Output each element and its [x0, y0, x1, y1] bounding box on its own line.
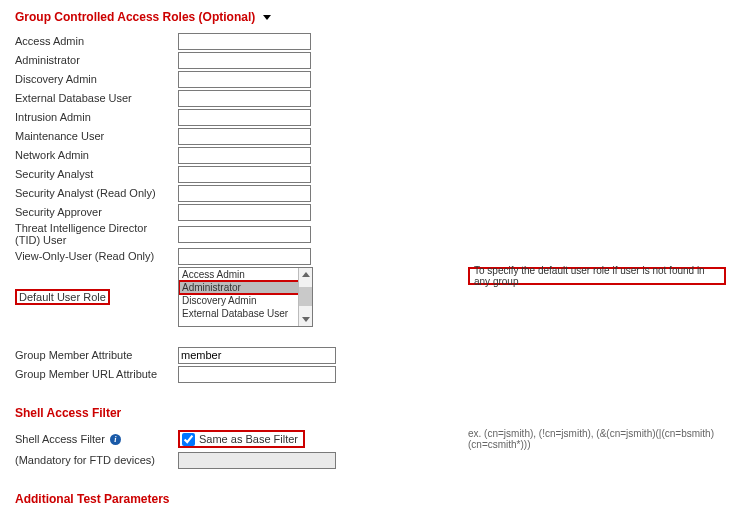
default-role-option-1[interactable]: Administrator: [179, 281, 312, 294]
role-label-administrator: Administrator: [15, 54, 178, 66]
info-icon[interactable]: i: [110, 434, 121, 445]
role-input-access-admin[interactable]: [178, 33, 311, 50]
shell-access-filter-header: Shell Access Filter: [15, 406, 726, 420]
group-member-url-attribute-input[interactable]: [178, 366, 336, 383]
shell-filter-example: ex. (cn=jsmith), (!cn=jsmith), (&(cn=jsm…: [468, 428, 726, 450]
role-label-maintenance-user: Maintenance User: [15, 130, 178, 142]
role-input-security-analyst-ro[interactable]: [178, 185, 311, 202]
additional-test-header: Additional Test Parameters: [15, 492, 726, 506]
role-label-security-analyst-ro: Security Analyst (Read Only): [15, 187, 178, 199]
default-role-option-0[interactable]: Access Admin: [179, 268, 312, 281]
role-input-discovery-admin[interactable]: [178, 71, 311, 88]
role-label-network-admin: Network Admin: [15, 149, 178, 161]
same-as-base-filter-wrap: Same as Base Filter: [178, 430, 305, 448]
scroll-down-icon: [302, 317, 310, 322]
group-roles-header-text: Group Controlled Access Roles (Optional): [15, 10, 255, 24]
role-input-view-only-ro[interactable]: [178, 248, 311, 265]
role-label-view-only-ro: View-Only-User (Read Only): [15, 250, 178, 262]
role-input-security-analyst[interactable]: [178, 166, 311, 183]
shell-access-filter-label-text: Shell Access Filter: [15, 433, 105, 445]
group-member-url-attribute-label: Group Member URL Attribute: [15, 368, 178, 380]
shell-access-filter-label: Shell Access Filter i: [15, 433, 178, 446]
role-input-administrator[interactable]: [178, 52, 311, 69]
role-input-tid-user[interactable]: [178, 226, 311, 243]
scroll-up-icon: [302, 272, 310, 277]
role-label-tid-user: Threat Intelligence Director (TID) User: [15, 222, 178, 246]
default-role-note: To specify the default user role if user…: [468, 267, 726, 285]
role-label-access-admin: Access Admin: [15, 35, 178, 47]
group-member-attribute-input[interactable]: [178, 347, 336, 364]
role-label-security-analyst: Security Analyst: [15, 168, 178, 180]
group-member-attribute-label: Group Member Attribute: [15, 349, 178, 361]
role-input-network-admin[interactable]: [178, 147, 311, 164]
role-label-external-db-user: External Database User: [15, 92, 178, 104]
shell-access-filter-input: [178, 452, 336, 469]
same-as-base-filter-checkbox[interactable]: [182, 433, 195, 446]
role-input-maintenance-user[interactable]: [178, 128, 311, 145]
mandatory-ftd-label: (Mandatory for FTD devices): [15, 454, 178, 466]
same-as-base-filter-label: Same as Base Filter: [199, 433, 298, 445]
default-role-option-3[interactable]: External Database User: [179, 307, 312, 320]
role-input-security-approver[interactable]: [178, 204, 311, 221]
role-input-intrusion-admin[interactable]: [178, 109, 311, 126]
role-input-external-db-user[interactable]: [178, 90, 311, 107]
role-label-intrusion-admin: Intrusion Admin: [15, 111, 178, 123]
default-role-option-2[interactable]: Discovery Admin: [179, 294, 312, 307]
default-user-role-label: Default User Role: [15, 289, 110, 305]
default-user-role-select[interactable]: Access Admin Administrator Discovery Adm…: [178, 267, 313, 327]
role-label-discovery-admin: Discovery Admin: [15, 73, 178, 85]
role-label-security-approver: Security Approver: [15, 206, 178, 218]
select-scrollbar[interactable]: [298, 268, 312, 326]
group-roles-header[interactable]: Group Controlled Access Roles (Optional): [15, 10, 726, 24]
caret-down-icon: [263, 15, 271, 20]
